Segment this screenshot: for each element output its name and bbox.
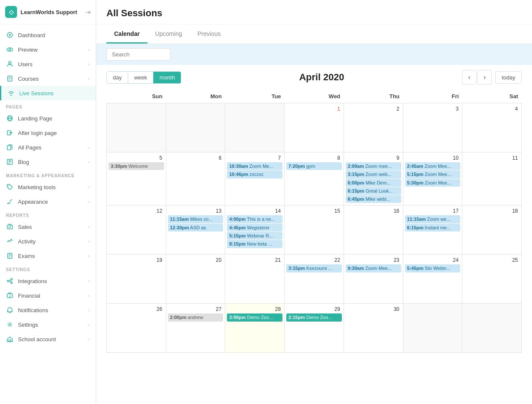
sidebar-item-courses[interactable]: Courses › bbox=[0, 71, 96, 86]
calendar-cell[interactable]: 20 bbox=[166, 255, 225, 304]
today-button[interactable]: today bbox=[495, 71, 522, 84]
date-number: 20 bbox=[168, 256, 223, 264]
view-week-button[interactable]: week bbox=[128, 72, 153, 83]
calendar-cell[interactable]: 2 bbox=[344, 103, 403, 152]
calendar-cell[interactable]: 1 bbox=[285, 103, 344, 152]
sidebar-item-live-sessions[interactable]: Live Sessions bbox=[0, 86, 96, 100]
sidebar-item-exams[interactable]: Exams › bbox=[0, 249, 96, 263]
calendar-event[interactable]: 3:00pm Demo Zoo... bbox=[227, 313, 282, 321]
calendar-cell[interactable] bbox=[225, 103, 285, 152]
sidebar-item-settings[interactable]: Settings › bbox=[0, 317, 96, 332]
calendar-cell[interactable]: 245:45pm Sto Webin... bbox=[403, 255, 462, 304]
calendar-event[interactable]: 9:30am Zoom Mee... bbox=[346, 264, 401, 272]
calendar-event[interactable]: 6:00pm Mike Dem... bbox=[346, 179, 401, 187]
calendar-cell[interactable] bbox=[403, 304, 462, 353]
calendar-cell[interactable]: 272:00pm andrew bbox=[166, 304, 225, 353]
calendar-cell[interactable]: 16 bbox=[344, 205, 403, 255]
calendar-event[interactable]: 2:45am Zoom Mee... bbox=[405, 162, 461, 170]
sidebar-item-after-login-label: After login page bbox=[18, 130, 90, 136]
calendar-cell[interactable]: 3 bbox=[403, 103, 462, 152]
calendar-event[interactable]: 5:45pm Sto Webin... bbox=[405, 264, 461, 272]
date-number: 8 bbox=[286, 154, 342, 162]
calendar-cell[interactable]: 25 bbox=[462, 255, 522, 304]
calendar-event[interactable]: 10:30am Zoom Me... bbox=[227, 162, 282, 170]
calendar-event[interactable]: 2:00am Zoom mee... bbox=[346, 162, 401, 170]
calendar-cell[interactable]: 53:30pm Welcome bbox=[107, 152, 166, 205]
calendar-event[interactable]: 6:15pm Instant me... bbox=[405, 224, 461, 231]
calendar-event[interactable]: 5:15pm Webinar R... bbox=[227, 232, 282, 240]
calendar-cell[interactable] bbox=[166, 103, 225, 152]
calendar-cell[interactable]: 21 bbox=[225, 255, 285, 304]
calendar-event[interactable]: 4:45pm Wegisterer bbox=[227, 224, 282, 231]
sidebar-item-marketing-tools[interactable]: Marketing tools › bbox=[0, 180, 96, 194]
calendar-event[interactable]: 8:15pm New beta ... bbox=[227, 240, 282, 248]
calendar-event[interactable]: 11:15am Mikes zo... bbox=[168, 215, 223, 223]
calendar-cell[interactable]: 18 bbox=[462, 205, 522, 255]
calendar-cell[interactable]: 292:15pm Demo Zoo... bbox=[285, 304, 344, 353]
sidebar-item-preview[interactable]: Preview › bbox=[0, 42, 96, 57]
calendar-cell[interactable]: 1711:15am Zoom we...6:15pm Instant me... bbox=[403, 205, 462, 255]
sidebar-item-school-account[interactable]: School account › bbox=[0, 332, 96, 346]
sidebar-item-after-login[interactable]: After login page bbox=[0, 126, 96, 140]
calendar-cell[interactable]: 223:15pm Ksezoumi ... bbox=[285, 255, 344, 304]
calendar-cell[interactable]: 4 bbox=[462, 103, 522, 152]
chevron-right-icon: › bbox=[88, 337, 90, 342]
calendar-event[interactable]: 6:45pm Mike webi... bbox=[346, 195, 401, 203]
sidebar-item-blog[interactable]: Blog › bbox=[0, 155, 96, 169]
search-input[interactable] bbox=[106, 48, 170, 61]
calendar-event[interactable]: 3:30pm Welcome bbox=[109, 162, 164, 170]
sidebar-item-financial[interactable]: Financial › bbox=[0, 288, 96, 303]
calendar-event[interactable]: 10:46pm zxczxc bbox=[227, 170, 282, 178]
calendar-cell[interactable]: 144:00pm This is a ne...4:45pm Wegistere… bbox=[225, 205, 285, 255]
calendar-event[interactable]: 4:00pm This is a ne... bbox=[227, 215, 282, 223]
sidebar-item-all-pages[interactable]: All Pages › bbox=[0, 140, 96, 155]
sidebar-item-sales[interactable]: Sales › bbox=[0, 220, 96, 234]
sidebar-item-appearance[interactable]: Appearance › bbox=[0, 194, 96, 209]
calendar-cell[interactable]: 19 bbox=[107, 255, 166, 304]
tab-previous[interactable]: Previous bbox=[190, 24, 228, 44]
calendar-event[interactable]: 5:30pm Zoom Mee... bbox=[405, 179, 461, 187]
grid-icon bbox=[6, 31, 14, 39]
calendar-cell[interactable]: 92:00am Zoom mee...3:15pm Zoom web...6:0… bbox=[344, 152, 403, 205]
calendar-cell[interactable]: 12 bbox=[107, 205, 166, 255]
calendar-event[interactable]: 11:15am Zoom we... bbox=[405, 215, 461, 223]
calendar-cell[interactable]: 26 bbox=[107, 304, 166, 353]
date-number: 21 bbox=[227, 256, 282, 264]
calendar-event[interactable]: 2:15pm Demo Zoo... bbox=[286, 313, 342, 321]
view-month-button[interactable]: month bbox=[153, 72, 181, 83]
calendar-cell[interactable]: 6 bbox=[166, 152, 225, 205]
calendar-cell[interactable]: 102:45am Zoom Mee...5:15pm Zoom Mee...5:… bbox=[403, 152, 462, 205]
calendar-cell[interactable]: 11 bbox=[462, 152, 522, 205]
calendar-cell[interactable]: 1311:15am Mikes zo...12:30pm ASD as bbox=[166, 205, 225, 255]
export-icon[interactable]: ⇥ bbox=[85, 8, 91, 16]
sidebar-item-integrations-label: Integrations bbox=[18, 278, 84, 284]
next-month-button[interactable]: › bbox=[477, 70, 492, 85]
calendar-cell[interactable]: 239:30am Zoom Mee... bbox=[344, 255, 403, 304]
sidebar-item-integrations[interactable]: Integrations › bbox=[0, 274, 96, 288]
calendar-cell[interactable] bbox=[462, 304, 522, 353]
tab-upcoming[interactable]: Upcoming bbox=[147, 24, 190, 44]
calendar-event[interactable]: 2:00pm andrew bbox=[168, 313, 223, 321]
sidebar-item-notifications[interactable]: Notifications › bbox=[0, 303, 96, 317]
calendar-cell[interactable]: 15 bbox=[285, 205, 344, 255]
calendar-event[interactable]: 3:15pm Ksezoumi ... bbox=[286, 264, 342, 272]
sidebar-item-dashboard[interactable]: Dashboard bbox=[0, 28, 96, 42]
prev-month-button[interactable]: ‹ bbox=[462, 70, 476, 85]
calendar-event[interactable]: 5:15pm Zoom Mee... bbox=[405, 170, 461, 178]
view-day-button[interactable]: day bbox=[107, 72, 128, 83]
sidebar-item-activity[interactable]: Activity › bbox=[0, 234, 96, 249]
calendar-event[interactable]: 6:15pm Great Look... bbox=[346, 187, 401, 195]
calendar-cell[interactable]: 710:30am Zoom Me...10:46pm zxczxc bbox=[225, 152, 285, 205]
tab-calendar[interactable]: Calendar bbox=[106, 24, 147, 44]
sidebar-item-users[interactable]: Users › bbox=[0, 57, 96, 71]
calendar-week-row: 1234 bbox=[107, 103, 522, 152]
calendar-cell[interactable]: 30 bbox=[344, 304, 403, 353]
sidebar-item-landing-page[interactable]: Landing Page bbox=[0, 111, 96, 126]
calendar-cell[interactable] bbox=[107, 103, 166, 152]
calendar-event[interactable]: 7:20pm gym bbox=[286, 162, 342, 170]
calendar-cell[interactable]: 283:00pm Demo Zoo... bbox=[225, 304, 285, 353]
sidebar-item-preview-label: Preview bbox=[18, 47, 84, 53]
calendar-event[interactable]: 3:15pm Zoom web... bbox=[346, 170, 401, 178]
calendar-event[interactable]: 12:30pm ASD as bbox=[168, 224, 223, 231]
calendar-cell[interactable]: 87:20pm gym bbox=[285, 152, 344, 205]
